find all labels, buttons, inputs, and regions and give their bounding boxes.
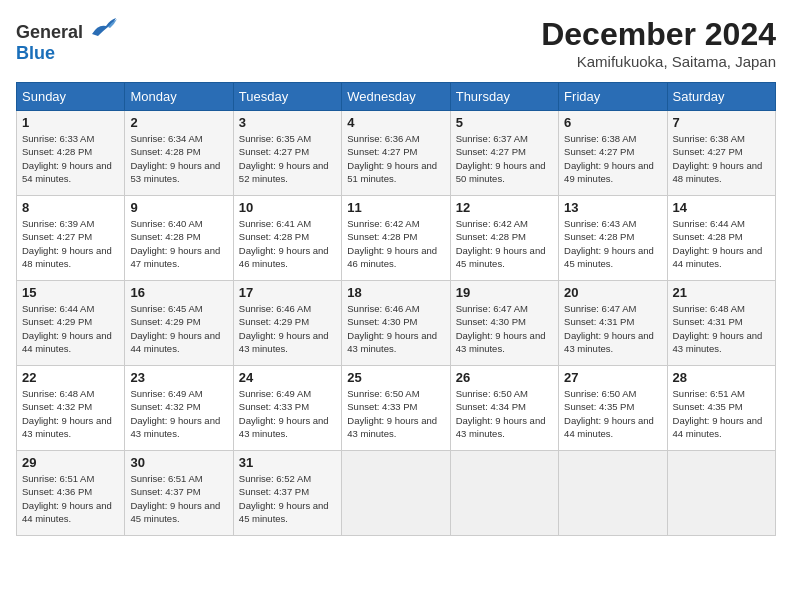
day-number: 16 [130, 285, 227, 300]
day-info: Sunrise: 6:47 AM Sunset: 4:30 PM Dayligh… [456, 302, 553, 355]
day-info: Sunrise: 6:43 AM Sunset: 4:28 PM Dayligh… [564, 217, 661, 270]
day-info: Sunrise: 6:35 AM Sunset: 4:27 PM Dayligh… [239, 132, 336, 185]
location-title: Kamifukuoka, Saitama, Japan [541, 53, 776, 70]
calendar-cell: 31 Sunrise: 6:52 AM Sunset: 4:37 PM Dayl… [233, 451, 341, 536]
day-info: Sunrise: 6:47 AM Sunset: 4:31 PM Dayligh… [564, 302, 661, 355]
week-row-5: 29 Sunrise: 6:51 AM Sunset: 4:36 PM Dayl… [17, 451, 776, 536]
weekday-header-row: SundayMondayTuesdayWednesdayThursdayFrid… [17, 83, 776, 111]
calendar-cell: 15 Sunrise: 6:44 AM Sunset: 4:29 PM Dayl… [17, 281, 125, 366]
day-info: Sunrise: 6:46 AM Sunset: 4:29 PM Dayligh… [239, 302, 336, 355]
calendar-table: SundayMondayTuesdayWednesdayThursdayFrid… [16, 82, 776, 536]
day-number: 4 [347, 115, 444, 130]
day-info: Sunrise: 6:36 AM Sunset: 4:27 PM Dayligh… [347, 132, 444, 185]
day-info: Sunrise: 6:39 AM Sunset: 4:27 PM Dayligh… [22, 217, 119, 270]
calendar-cell: 1 Sunrise: 6:33 AM Sunset: 4:28 PM Dayli… [17, 111, 125, 196]
day-info: Sunrise: 6:51 AM Sunset: 4:36 PM Dayligh… [22, 472, 119, 525]
logo-general: General [16, 22, 83, 42]
weekday-header-saturday: Saturday [667, 83, 775, 111]
week-row-2: 8 Sunrise: 6:39 AM Sunset: 4:27 PM Dayli… [17, 196, 776, 281]
calendar-cell: 3 Sunrise: 6:35 AM Sunset: 4:27 PM Dayli… [233, 111, 341, 196]
calendar-cell: 12 Sunrise: 6:42 AM Sunset: 4:28 PM Dayl… [450, 196, 558, 281]
calendar-cell: 17 Sunrise: 6:46 AM Sunset: 4:29 PM Dayl… [233, 281, 341, 366]
day-number: 22 [22, 370, 119, 385]
calendar-cell: 24 Sunrise: 6:49 AM Sunset: 4:33 PM Dayl… [233, 366, 341, 451]
day-info: Sunrise: 6:50 AM Sunset: 4:33 PM Dayligh… [347, 387, 444, 440]
calendar-cell: 9 Sunrise: 6:40 AM Sunset: 4:28 PM Dayli… [125, 196, 233, 281]
calendar-cell: 30 Sunrise: 6:51 AM Sunset: 4:37 PM Dayl… [125, 451, 233, 536]
day-number: 20 [564, 285, 661, 300]
day-info: Sunrise: 6:44 AM Sunset: 4:28 PM Dayligh… [673, 217, 770, 270]
week-row-1: 1 Sunrise: 6:33 AM Sunset: 4:28 PM Dayli… [17, 111, 776, 196]
day-number: 14 [673, 200, 770, 215]
calendar-cell [559, 451, 667, 536]
day-info: Sunrise: 6:49 AM Sunset: 4:33 PM Dayligh… [239, 387, 336, 440]
day-info: Sunrise: 6:52 AM Sunset: 4:37 PM Dayligh… [239, 472, 336, 525]
calendar-cell [667, 451, 775, 536]
day-number: 13 [564, 200, 661, 215]
day-number: 10 [239, 200, 336, 215]
day-number: 7 [673, 115, 770, 130]
weekday-header-monday: Monday [125, 83, 233, 111]
week-row-4: 22 Sunrise: 6:48 AM Sunset: 4:32 PM Dayl… [17, 366, 776, 451]
day-number: 29 [22, 455, 119, 470]
calendar-cell [450, 451, 558, 536]
calendar-cell: 20 Sunrise: 6:47 AM Sunset: 4:31 PM Dayl… [559, 281, 667, 366]
day-info: Sunrise: 6:49 AM Sunset: 4:32 PM Dayligh… [130, 387, 227, 440]
calendar-cell: 13 Sunrise: 6:43 AM Sunset: 4:28 PM Dayl… [559, 196, 667, 281]
day-number: 6 [564, 115, 661, 130]
day-number: 15 [22, 285, 119, 300]
day-number: 25 [347, 370, 444, 385]
day-number: 8 [22, 200, 119, 215]
day-number: 1 [22, 115, 119, 130]
calendar-cell: 19 Sunrise: 6:47 AM Sunset: 4:30 PM Dayl… [450, 281, 558, 366]
calendar-cell: 18 Sunrise: 6:46 AM Sunset: 4:30 PM Dayl… [342, 281, 450, 366]
calendar-cell [342, 451, 450, 536]
day-info: Sunrise: 6:45 AM Sunset: 4:29 PM Dayligh… [130, 302, 227, 355]
day-info: Sunrise: 6:42 AM Sunset: 4:28 PM Dayligh… [347, 217, 444, 270]
day-info: Sunrise: 6:40 AM Sunset: 4:28 PM Dayligh… [130, 217, 227, 270]
day-info: Sunrise: 6:42 AM Sunset: 4:28 PM Dayligh… [456, 217, 553, 270]
calendar-cell: 29 Sunrise: 6:51 AM Sunset: 4:36 PM Dayl… [17, 451, 125, 536]
day-number: 5 [456, 115, 553, 130]
weekday-header-thursday: Thursday [450, 83, 558, 111]
calendar-cell: 6 Sunrise: 6:38 AM Sunset: 4:27 PM Dayli… [559, 111, 667, 196]
calendar-cell: 28 Sunrise: 6:51 AM Sunset: 4:35 PM Dayl… [667, 366, 775, 451]
day-info: Sunrise: 6:46 AM Sunset: 4:30 PM Dayligh… [347, 302, 444, 355]
day-info: Sunrise: 6:51 AM Sunset: 4:37 PM Dayligh… [130, 472, 227, 525]
day-info: Sunrise: 6:41 AM Sunset: 4:28 PM Dayligh… [239, 217, 336, 270]
day-number: 21 [673, 285, 770, 300]
day-info: Sunrise: 6:50 AM Sunset: 4:34 PM Dayligh… [456, 387, 553, 440]
day-info: Sunrise: 6:34 AM Sunset: 4:28 PM Dayligh… [130, 132, 227, 185]
day-number: 24 [239, 370, 336, 385]
weekday-header-friday: Friday [559, 83, 667, 111]
day-info: Sunrise: 6:33 AM Sunset: 4:28 PM Dayligh… [22, 132, 119, 185]
calendar-cell: 10 Sunrise: 6:41 AM Sunset: 4:28 PM Dayl… [233, 196, 341, 281]
calendar-cell: 14 Sunrise: 6:44 AM Sunset: 4:28 PM Dayl… [667, 196, 775, 281]
day-number: 26 [456, 370, 553, 385]
day-number: 19 [456, 285, 553, 300]
day-info: Sunrise: 6:38 AM Sunset: 4:27 PM Dayligh… [673, 132, 770, 185]
calendar-cell: 5 Sunrise: 6:37 AM Sunset: 4:27 PM Dayli… [450, 111, 558, 196]
day-number: 28 [673, 370, 770, 385]
month-title: December 2024 [541, 16, 776, 53]
day-number: 9 [130, 200, 227, 215]
week-row-3: 15 Sunrise: 6:44 AM Sunset: 4:29 PM Dayl… [17, 281, 776, 366]
day-info: Sunrise: 6:50 AM Sunset: 4:35 PM Dayligh… [564, 387, 661, 440]
day-number: 18 [347, 285, 444, 300]
calendar-cell: 27 Sunrise: 6:50 AM Sunset: 4:35 PM Dayl… [559, 366, 667, 451]
day-number: 3 [239, 115, 336, 130]
page-header: General Blue December 2024 Kamifukuoka, … [16, 16, 776, 70]
day-info: Sunrise: 6:51 AM Sunset: 4:35 PM Dayligh… [673, 387, 770, 440]
logo-bird-icon [90, 16, 118, 38]
day-info: Sunrise: 6:44 AM Sunset: 4:29 PM Dayligh… [22, 302, 119, 355]
calendar-cell: 26 Sunrise: 6:50 AM Sunset: 4:34 PM Dayl… [450, 366, 558, 451]
title-area: December 2024 Kamifukuoka, Saitama, Japa… [541, 16, 776, 70]
day-number: 11 [347, 200, 444, 215]
calendar-cell: 25 Sunrise: 6:50 AM Sunset: 4:33 PM Dayl… [342, 366, 450, 451]
calendar-cell: 7 Sunrise: 6:38 AM Sunset: 4:27 PM Dayli… [667, 111, 775, 196]
weekday-header-sunday: Sunday [17, 83, 125, 111]
weekday-header-wednesday: Wednesday [342, 83, 450, 111]
logo-blue: Blue [16, 43, 55, 63]
calendar-cell: 23 Sunrise: 6:49 AM Sunset: 4:32 PM Dayl… [125, 366, 233, 451]
logo: General Blue [16, 16, 118, 64]
